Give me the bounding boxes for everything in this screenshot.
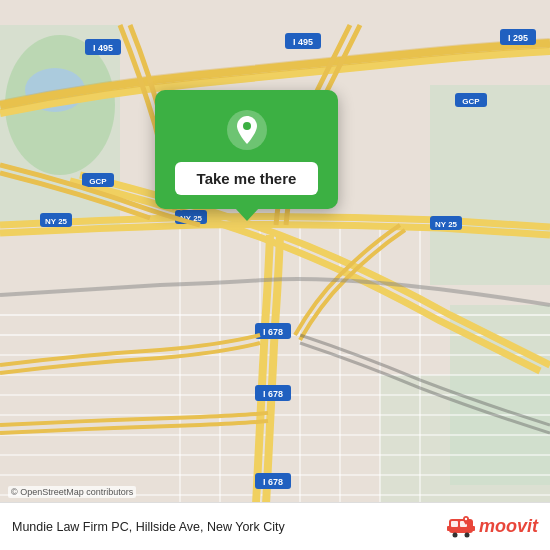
take-me-there-button[interactable]: Take me there (175, 162, 319, 195)
svg-text:I 495: I 495 (293, 37, 313, 47)
svg-text:I 295: I 295 (508, 33, 528, 43)
svg-point-54 (465, 517, 467, 519)
map-container: I 495 I 495 I 295 GCP GCP NY 25 NY 25 NY… (0, 0, 550, 550)
svg-rect-2 (430, 85, 550, 285)
svg-rect-52 (447, 526, 450, 531)
svg-text:GCP: GCP (89, 177, 107, 186)
svg-point-46 (243, 122, 251, 130)
road-svg: I 495 I 495 I 295 GCP GCP NY 25 NY 25 NY… (0, 0, 550, 550)
osm-credit: © OpenStreetMap contributors (8, 486, 136, 498)
svg-text:I 678: I 678 (263, 477, 283, 487)
svg-point-50 (452, 532, 457, 537)
popup-card: Take me there (155, 90, 338, 209)
svg-text:I 495: I 495 (93, 43, 113, 53)
svg-text:I 678: I 678 (263, 389, 283, 399)
svg-rect-48 (451, 521, 458, 527)
moovit-logo: moovit (447, 513, 538, 541)
svg-text:NY 25: NY 25 (435, 220, 458, 229)
location-pin-icon (225, 108, 269, 152)
svg-text:NY 25: NY 25 (45, 217, 68, 226)
svg-point-51 (464, 532, 469, 537)
moovit-bus-icon (447, 513, 475, 541)
location-name: Mundie Law Firm PC, Hillside Ave, New Yo… (12, 520, 285, 534)
svg-text:GCP: GCP (462, 97, 480, 106)
bottom-bar: Mundie Law Firm PC, Hillside Ave, New Yo… (0, 502, 550, 550)
svg-rect-53 (472, 526, 475, 531)
svg-text:I 678: I 678 (263, 327, 283, 337)
map-background: I 495 I 495 I 295 GCP GCP NY 25 NY 25 NY… (0, 0, 550, 550)
moovit-text: moovit (479, 516, 538, 537)
